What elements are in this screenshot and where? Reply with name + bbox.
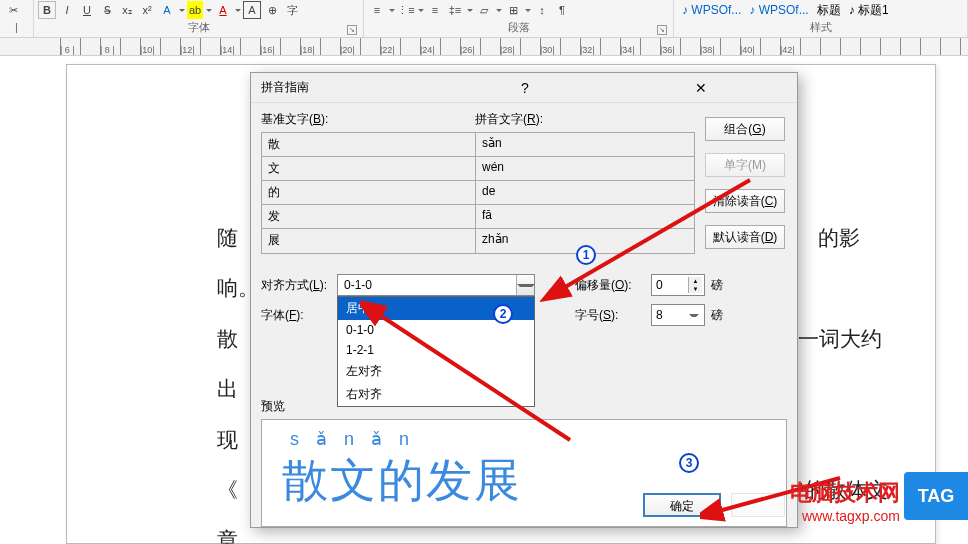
sort-button[interactable]: ↕ xyxy=(533,1,551,19)
show-marks-button[interactable]: ¶ xyxy=(553,1,571,19)
phonetic-guide-dialog: 拼音指南 ? ✕ 基准文字(B): 拼音文字(R): 散sǎn 文wén 的de… xyxy=(250,72,798,528)
strike-button[interactable]: S̶ xyxy=(98,1,116,19)
align-left-button[interactable]: ≡ xyxy=(426,1,444,19)
size-value: 8 xyxy=(654,308,688,322)
doc-line2-left: 散 xyxy=(217,327,238,351)
bold-button[interactable]: B xyxy=(38,1,56,19)
ruby-table: 散sǎn 文wén 的de 发fā 展zhǎn xyxy=(261,132,695,254)
callout-1: 1 xyxy=(576,245,596,265)
doc-line5-left: 章 xyxy=(217,528,238,544)
clear-reading-button[interactable]: 清除读音(C) xyxy=(705,189,785,213)
italic-button[interactable]: I xyxy=(58,1,76,19)
ruby-text-label: 拼音文字(R): xyxy=(475,111,695,128)
alignment-dropdown-button[interactable] xyxy=(516,275,534,295)
ruby-cell[interactable]: sǎn xyxy=(476,133,694,156)
size-unit: 磅 xyxy=(711,307,723,324)
superscript-button[interactable]: x² xyxy=(138,1,156,19)
callout-2: 2 xyxy=(493,304,513,324)
font-color-button[interactable]: A xyxy=(214,1,232,19)
format-painter-icon[interactable]: ✂ xyxy=(4,1,22,19)
font-dialog-launcher[interactable]: ↘ xyxy=(347,25,357,35)
single-char-button: 单字(M) xyxy=(705,153,785,177)
base-cell[interactable]: 的 xyxy=(262,181,476,204)
ok-button[interactable]: 确定 xyxy=(643,493,721,517)
font-label: 字体(F): xyxy=(261,307,337,324)
base-cell[interactable]: 发 xyxy=(262,205,476,228)
base-cell[interactable]: 文 xyxy=(262,157,476,180)
default-reading-button[interactable]: 默认读音(D) xyxy=(705,225,785,249)
borders-button[interactable]: ⊞ xyxy=(504,1,522,19)
alignment-combo[interactable]: 0-1-0 xyxy=(337,274,535,296)
paragraph-group-label: 段落 xyxy=(508,21,530,33)
base-text-label: 基准文字(B): xyxy=(261,111,475,128)
close-button[interactable]: ✕ xyxy=(613,77,789,99)
style-wps2[interactable]: ♪ WPSOf... xyxy=(749,3,808,17)
ruby-cell[interactable]: fā xyxy=(476,205,694,228)
underline-button[interactable]: U xyxy=(78,1,96,19)
shading-button[interactable]: ▱ xyxy=(475,1,493,19)
callout-3: 3 xyxy=(679,453,699,473)
watermark-title: 电脑技术网 xyxy=(790,478,900,508)
offset-label: 偏移量(O): xyxy=(575,277,651,294)
offset-unit: 磅 xyxy=(711,277,723,294)
tag-badge: TAG xyxy=(904,472,968,520)
alignment-option-left[interactable]: 左对齐 xyxy=(338,360,534,383)
alignment-value: 0-1-0 xyxy=(338,278,516,292)
dialog-titlebar[interactable]: 拼音指南 ? ✕ xyxy=(251,73,797,103)
dialog-title: 拼音指南 xyxy=(261,79,437,96)
help-button[interactable]: ? xyxy=(437,77,613,99)
ruby-cell[interactable]: de xyxy=(476,181,694,204)
style-title1[interactable]: ♪ 标题1 xyxy=(849,2,889,19)
ribbon: ✂ | B I U S̶ x₂ x² A ab A A ⊕ 字 字体↘ ≡ ⋮≡… xyxy=(0,0,968,38)
base-cell[interactable]: 展 xyxy=(262,229,476,253)
watermark: 电脑技术网 www.tagxp.com xyxy=(790,478,900,524)
char-border-button[interactable]: A xyxy=(243,1,261,19)
numbering-button[interactable]: ⋮≡ xyxy=(397,1,415,19)
line-spacing-button[interactable]: ‡≡ xyxy=(446,1,464,19)
spin-down-icon[interactable]: ▼ xyxy=(688,285,702,293)
spin-up-icon[interactable]: ▲ xyxy=(688,277,702,285)
styles-group-label: 样式 xyxy=(810,21,832,33)
cancel-button-partial[interactable] xyxy=(731,493,785,517)
enclose-char-button[interactable]: 字 xyxy=(283,1,301,19)
alignment-label: 对齐方式(L): xyxy=(261,277,337,294)
size-label: 字号(S): xyxy=(575,307,651,324)
doc-line3-left: 现 xyxy=(217,428,238,452)
char-shading-button[interactable]: ⊕ xyxy=(263,1,281,19)
alignment-option-right[interactable]: 右对齐 xyxy=(338,383,534,406)
horizontal-ruler[interactable]: | 6 || 8 ||10||12||14||16||18||20||22||2… xyxy=(0,38,968,56)
offset-value: 0 xyxy=(654,278,688,292)
style-wps1[interactable]: ♪ WPSOf... xyxy=(682,3,741,17)
font-group-label: 字体 xyxy=(188,21,210,33)
ruby-cell[interactable]: wén xyxy=(476,157,694,180)
size-input[interactable]: 8 xyxy=(651,304,705,326)
combine-button[interactable]: 组合(G) xyxy=(705,117,785,141)
font-color-a[interactable]: A xyxy=(158,1,176,19)
paragraph-dialog-launcher[interactable]: ↘ xyxy=(657,25,667,35)
doc-line4-left: 《 xyxy=(217,478,238,502)
bullets-button[interactable]: ≡ xyxy=(368,1,386,19)
doc-line1-left: 随 xyxy=(217,226,238,250)
subscript-button[interactable]: x₂ xyxy=(118,1,136,19)
base-cell[interactable]: 散 xyxy=(262,133,476,156)
highlight-button[interactable]: ab xyxy=(187,1,203,19)
alignment-option-121[interactable]: 1-2-1 xyxy=(338,340,534,360)
offset-input[interactable]: 0 ▲▼ xyxy=(651,274,705,296)
preview-pinyin: s ǎ n ǎ n xyxy=(282,428,766,450)
style-title[interactable]: 标题 xyxy=(817,2,841,19)
size-dropdown-button[interactable] xyxy=(688,308,702,322)
watermark-url: www.tagxp.com xyxy=(790,508,900,524)
